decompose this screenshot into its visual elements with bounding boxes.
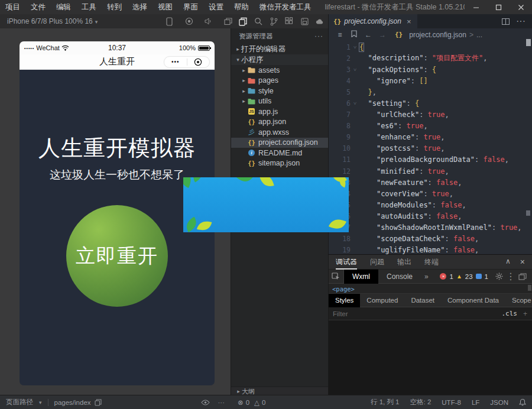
code-line-4[interactable]: 4 "ignore": [] [329,75,532,86]
file-item-utils[interactable]: ▸utils [231,96,328,107]
menu-item-9[interactable]: 帮助 [229,0,254,14]
explorer-more-icon[interactable]: ··· [314,32,323,40]
code-line-16[interactable]: 16 "autoAudits": false, [329,210,532,222]
fold-chevron-icon[interactable]: ˅ [351,44,359,50]
filter-input[interactable] [329,310,501,317]
file-item-sitemap.json[interactable]: {}sitemap.json [231,158,328,169]
menu-item-1[interactable]: 文件 [25,0,51,14]
gear-icon[interactable] [493,270,505,284]
breadcrumb-file[interactable]: project.config.json [409,31,466,39]
menu-item-5[interactable]: 选择 [127,0,153,14]
menu-item-0[interactable]: 项目 [0,0,25,14]
forward-arrow-icon[interactable]: → [376,31,389,39]
extensions-icon[interactable] [281,14,297,28]
file-item-style[interactable]: ▸style [231,86,328,96]
git-branch-icon[interactable] [266,14,281,28]
code-line-13[interactable]: 13 "newFeature": false, [329,177,532,188]
editor-scrollbar[interactable] [526,39,531,46]
menu-item-3[interactable]: 工具 [76,0,102,14]
inspect-element-icon[interactable] [329,270,344,284]
code-line-19[interactable]: 19 "uglifyFileName": false, [329,245,532,254]
cls-button[interactable]: .cls [501,310,523,317]
tabs-overflow-icon[interactable]: » [421,272,432,281]
info-badge-icon[interactable] [476,274,482,279]
menu-item-7[interactable]: 界面 [178,0,203,14]
code-line-2[interactable]: 2 "description": "项目配置文件", [329,53,532,64]
outline-section[interactable]: ▸ 大纲 [231,387,329,395]
error-badge-icon[interactable]: × [440,273,446,280]
debugger-tab-终端[interactable]: 终端 [424,255,439,270]
file-item-app.wxss[interactable]: 彡app.wxss [231,127,328,138]
file-item-assets[interactable]: ▸assets [231,65,328,76]
menu-item-8[interactable]: 设置 [203,0,229,14]
eol-setting[interactable]: LF [472,399,479,406]
phone-icon[interactable] [160,14,179,28]
code-line-14[interactable]: 14 "coverView": true, [329,188,532,199]
file-item-app.json[interactable]: {}app.json [231,117,328,128]
code-line-10[interactable]: 10 "postcss": true, [329,143,532,154]
code-line-17[interactable]: 17 "showShadowRootInWxmlPanel": true, [329,222,532,233]
bell-icon[interactable] [519,398,526,406]
menu-item-4[interactable]: 转到 [102,0,127,14]
fold-chevron-icon[interactable]: ˅ [351,100,359,106]
breadcrumb-more[interactable]: ... [476,31,482,39]
indent-setting[interactable]: 空格: 2 [410,398,432,407]
styles-tab-dataset[interactable]: Dataset [404,294,441,307]
code-line-8[interactable]: 8 "es6": true, [329,121,532,132]
menu-item-10[interactable]: 微信开发者工具 [254,0,317,14]
devtools-tab-Console[interactable]: Console [378,270,421,284]
split-editor-icon[interactable] [498,14,513,28]
wxml-element-tree[interactable]: <page> [329,284,532,294]
minimize-button[interactable] [465,0,487,14]
warning-badge-icon[interactable]: ▲ [456,273,462,280]
search-icon[interactable] [251,14,266,28]
copy-icon[interactable] [95,399,102,406]
outline-list-icon[interactable]: ≡ [333,31,346,39]
code-line-7[interactable]: 7 "urlCheck": true, [329,109,532,121]
language-mode[interactable]: JSON [490,399,508,406]
files-icon[interactable] [235,14,251,28]
add-style-icon[interactable]: + [523,310,532,318]
problems-indicator[interactable]: ⊗ 0 △ 0 [238,398,265,407]
code-line-1[interactable]: 1˅{ [329,41,532,53]
code-line-11[interactable]: 11 "preloadBackgroundData": false, [329,154,532,165]
kebab-menu-icon[interactable]: ⋮ [507,270,515,284]
styles-tab-styles[interactable]: Styles [329,294,360,307]
file-item-app.js[interactable]: JSapp.js [231,106,328,117]
code-line-18[interactable]: 18 "scopeDataCheck": false, [329,233,532,245]
code-line-5[interactable]: 5 }, [329,86,532,98]
close-panel-icon[interactable]: × [520,257,525,267]
file-item-project.config.json[interactable]: {}project.config.json [231,138,328,148]
cloud-icon[interactable] [312,14,327,28]
close-tab-icon[interactable]: × [407,17,411,26]
chevron-down-icon[interactable]: ▾ [39,400,42,405]
styles-tab-component-data[interactable]: Component Data [441,294,505,307]
more-actions-icon[interactable]: ··· [513,14,528,28]
page-path-value[interactable]: pages/index [54,399,91,406]
back-arrow-icon[interactable]: ← [362,31,375,39]
code-line-12[interactable]: 12 "minified": true, [329,165,532,177]
mini-program-menu-button[interactable]: ••• [164,56,187,68]
code-editor[interactable]: 1˅{2 "description": "项目配置文件",3˅ "packOpt… [329,41,532,254]
menu-item-6[interactable]: 视图 [153,0,178,14]
explorer-section-1[interactable]: ▾小程序 [231,54,328,65]
restart-button[interactable]: 立即重开 [66,205,168,307]
element-node[interactable]: <page> [329,285,532,293]
menu-item-2[interactable]: 编辑 [51,0,76,14]
debugger-tab-输出[interactable]: 输出 [397,255,411,270]
mini-program-close-button[interactable] [187,58,210,66]
device-selector[interactable]: iPhone 6/7/8 Plus 100% 16▾ [0,17,136,25]
record-icon[interactable] [179,14,199,28]
encoding-setting[interactable]: UTF-8 [442,399,461,406]
ad-banner-image[interactable] [183,177,349,232]
mute-icon[interactable] [199,14,218,28]
save-icon[interactable] [297,14,312,28]
file-item-README.md[interactable]: iREADME.md [231,148,328,158]
explorer-section-0[interactable]: ▸打开的编辑器 [231,44,328,54]
styles-tab-scope-data[interactable]: Scope Data [505,294,532,307]
styles-tab-computed[interactable]: Computed [360,294,404,307]
code-line-15[interactable]: 15 "nodeModules": false, [329,199,532,210]
code-line-3[interactable]: 3˅ "packOptions": { [329,64,532,75]
maximize-button[interactable] [487,0,510,14]
cursor-position[interactable]: 行 1, 列 1 [371,398,400,407]
